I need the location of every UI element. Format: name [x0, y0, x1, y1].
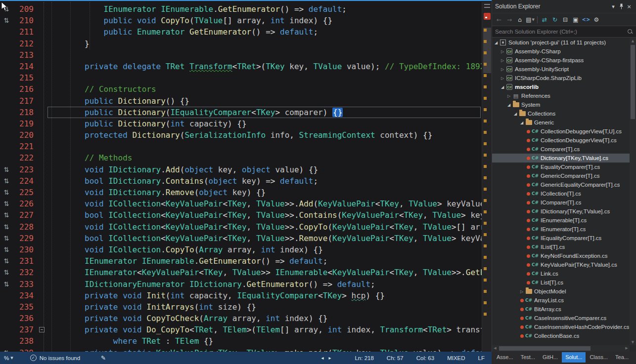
expander-closed-icon[interactable]: ▷: [500, 76, 505, 81]
tree-vertical-scrollbar[interactable]: ▲ ▼: [630, 38, 636, 345]
collapse-all-icon[interactable]: ⊟: [561, 15, 570, 24]
pin-icon[interactable]: [617, 2, 625, 10]
panel-tab[interactable]: Tea...: [612, 352, 632, 363]
code-line[interactable]: 236 private void CopyToCheck(Array array…: [0, 313, 492, 324]
tree-hscrollbar-thumb[interactable]: [499, 346, 591, 351]
code-line[interactable]: ⇅225 void IDictionary.Remove(object key)…: [0, 187, 492, 198]
code-line[interactable]: ⇅239 private static KeyValuePair<TKey, T…: [0, 347, 492, 352]
scroll-left-icon[interactable]: ◀: [492, 345, 498, 352]
tree-item[interactable]: ▷C#Assembly-CSharp-firstpass: [492, 56, 630, 65]
tree-item[interactable]: C#Link.cs: [492, 269, 630, 278]
tree-item[interactable]: ▷C#ICSharpCode.SharpZipLib: [492, 74, 630, 82]
search-icon[interactable]: [627, 29, 633, 35]
refresh-icon[interactable]: ↻: [550, 15, 559, 24]
code-line[interactable]: ⇅230 void ICollection.CopyTo(Array array…: [0, 244, 492, 255]
show-all-files-icon[interactable]: ▣: [571, 15, 580, 24]
issues-check-icon[interactable]: ✓: [30, 355, 37, 361]
code-line[interactable]: 214 private delegate TRet Transform<TRet…: [0, 61, 492, 72]
tree-item[interactable]: C#CaseInsensitiveComparer.cs: [492, 314, 630, 323]
tree-item[interactable]: C#CollectionDebuggerView[T,U].cs: [492, 127, 630, 136]
code-line[interactable]: ⇅233 IDictionaryEnumerator IDictionary.G…: [0, 279, 492, 290]
expander-closed-icon[interactable]: ▷: [500, 58, 505, 63]
zoom-control[interactable]: % ▼: [4, 355, 13, 361]
nav-back-icon[interactable]: ◂: [321, 355, 323, 361]
tree-item[interactable]: C#IEqualityComparer[T].cs: [492, 234, 630, 243]
tree-item[interactable]: ▷C#Assembly-UnityScript: [492, 65, 630, 74]
tree-item[interactable]: ◢Solution 'project-gui' (11 of 11 projec…: [492, 38, 630, 47]
code-line[interactable]: 212 }: [0, 38, 492, 49]
code-line[interactable]: 218 public Dictionary(IEqualityComparer<…: [0, 107, 492, 118]
panel-tab[interactable]: Test...: [517, 352, 539, 363]
code-line[interactable]: 215: [0, 72, 492, 83]
scroll-down-icon[interactable]: ▼: [630, 339, 636, 345]
switch-views-icon[interactable]: ▤▼: [526, 15, 535, 24]
code-line[interactable]: ⇅231 IEnumerator IEnumerable.GetEnumerat…: [0, 255, 492, 267]
tree-item[interactable]: C#CollectionDebuggerView[T].cs: [492, 136, 630, 145]
scroll-right-icon[interactable]: ▶: [624, 345, 630, 352]
tree-item[interactable]: C#Dictionary[TKey,TValue].cs: [492, 154, 630, 162]
code-line[interactable]: 221: [0, 141, 492, 152]
tree-item[interactable]: C#KeyValuePair[TKey,TValue].cs: [492, 260, 630, 269]
tree-item[interactable]: ◢Generic: [492, 118, 630, 127]
code-line[interactable]: ⇅223 void IDictionary.Add(object key, ob…: [0, 164, 492, 175]
code-line[interactable]: 213: [0, 49, 492, 61]
encoding-indicator[interactable]: MIXED: [447, 355, 465, 361]
code-line[interactable]: ⇅227 bool ICollection<KeyValuePair<TKey,…: [0, 209, 492, 221]
panel-tab[interactable]: Asse...: [493, 352, 517, 363]
expander-open-icon[interactable]: ◢: [519, 121, 525, 125]
view-code-icon[interactable]: <>: [582, 15, 591, 24]
tree-item[interactable]: C#List[T].cs: [492, 278, 630, 287]
split-grip[interactable]: [484, 4, 490, 8]
tree-item[interactable]: ◢C#mscorlib: [492, 82, 630, 91]
tree-item[interactable]: ▷C#Assembly-CSharp: [492, 47, 630, 56]
tree-item[interactable]: C#IList[T].cs: [492, 243, 630, 251]
code-line[interactable]: ⇅224 bool IDictionary.Contains(object ke…: [0, 175, 492, 187]
panel-tab[interactable]: Solut...: [562, 352, 586, 363]
editor-vertical-scrollbar[interactable]: [482, 2, 492, 352]
tree-item[interactable]: ▷▤References: [492, 91, 630, 100]
tree-item[interactable]: C#IEnumerable[T].cs: [492, 216, 630, 225]
tree-item[interactable]: ◢Collections: [492, 109, 630, 118]
code-line[interactable]: 222 // Methods: [0, 152, 492, 163]
tree-item[interactable]: ◢System: [492, 100, 630, 109]
document-health-indicator[interactable]: [484, 13, 491, 20]
eol-indicator[interactable]: LF: [478, 355, 485, 361]
close-icon[interactable]: ×: [625, 2, 633, 10]
tree-item[interactable]: C#IComparer[T].cs: [492, 198, 630, 207]
code-line[interactable]: 235 private void InitArrays(int size) {}: [0, 301, 492, 313]
nav-forward-icon[interactable]: ▸: [328, 355, 331, 361]
home-icon[interactable]: ⌂: [515, 15, 524, 24]
tree-item[interactable]: C#IEnumerator[T].cs: [492, 225, 630, 234]
forward-icon[interactable]: →: [505, 15, 514, 24]
tree-item[interactable]: C#ArrayList.cs: [492, 296, 630, 305]
code-line[interactable]: 237− private void Do_CopyTo<TRet, TElem>…: [0, 324, 492, 335]
code-line[interactable]: ⇅229 bool ICollection<KeyValuePair<TKey,…: [0, 233, 492, 244]
code-line[interactable]: 217 public Dictionary() {}: [0, 95, 492, 107]
panel-tab[interactable]: GitH...: [539, 352, 561, 363]
code-line[interactable]: 219 public Dictionary(int capacity) {}: [0, 118, 492, 129]
tree-item[interactable]: C#CaseInsensitiveHashCodeProvider.cs: [492, 323, 630, 331]
back-icon[interactable]: ←: [495, 15, 503, 24]
tree-scrollbar-thumb[interactable]: [631, 45, 635, 119]
tree-item[interactable]: C#IDictionary[TKey,TValue].cs: [492, 207, 630, 216]
properties-icon[interactable]: ⚙: [592, 15, 601, 24]
tree-item[interactable]: ▷ObjectModel: [492, 287, 630, 296]
code-line[interactable]: 234 private void Init(int capacity, IEqu…: [0, 290, 492, 301]
tree-horizontal-scrollbar[interactable]: ◀ ▶: [492, 345, 630, 352]
tree-item[interactable]: C#Comparer[T].cs: [492, 145, 630, 154]
code-line[interactable]: ⇅228 void ICollection<KeyValuePair<TKey,…: [0, 221, 492, 233]
tree-item[interactable]: C#GenericEqualityComparer[T].cs: [492, 180, 630, 189]
expander-open-icon[interactable]: ◢: [500, 85, 505, 89]
expander-open-icon[interactable]: ◢: [512, 112, 518, 116]
tree-item[interactable]: C#ICollection[T].cs: [492, 189, 630, 198]
tree-item[interactable]: C#CollectionBase.cs: [492, 331, 630, 340]
fold-margin[interactable]: −: [39, 324, 46, 335]
expander-open-icon[interactable]: ◢: [493, 40, 499, 45]
tree-item[interactable]: C#GenericComparer[T].cs: [492, 171, 630, 180]
editor-scrollbar-thumb[interactable]: [483, 28, 491, 73]
tree-item[interactable]: C#KeyNotFoundException.cs: [492, 251, 630, 260]
code-line[interactable]: ⇅226 void ICollection<KeyValuePair<TKey,…: [0, 198, 492, 209]
code-line[interactable]: ⇅232 IEnumerator<KeyValuePair<TKey, TVal…: [0, 267, 492, 278]
expander-closed-icon[interactable]: ▷: [506, 94, 512, 98]
search-input[interactable]: [495, 29, 627, 35]
